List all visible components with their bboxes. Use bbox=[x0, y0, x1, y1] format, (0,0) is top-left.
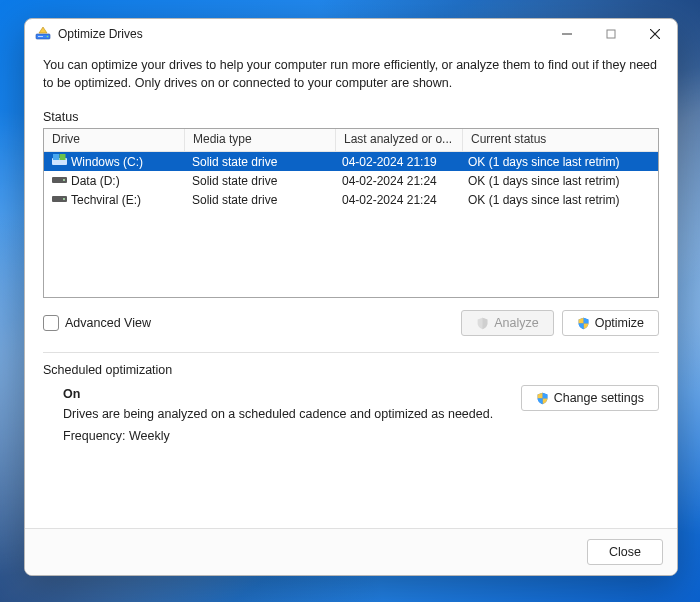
close-button[interactable] bbox=[633, 19, 677, 49]
drives-table: Drive Media type Last analyzed or o... C… bbox=[43, 128, 659, 298]
optimize-label: Optimize bbox=[595, 316, 644, 330]
optimize-button[interactable]: Optimize bbox=[562, 310, 659, 336]
status-label: Status bbox=[43, 110, 659, 124]
analyze-label: Analyze bbox=[494, 316, 538, 330]
svg-point-12 bbox=[63, 179, 65, 181]
table-row[interactable]: Techviral (E:)Solid state drive04-02-202… bbox=[44, 190, 658, 209]
table-row[interactable]: Windows (C:)Solid state drive04-02-2024 … bbox=[44, 152, 658, 171]
close-footer-button[interactable]: Close bbox=[587, 539, 663, 565]
advanced-view-label[interactable]: Advanced View bbox=[65, 316, 151, 330]
change-settings-button[interactable]: Change settings bbox=[521, 385, 659, 411]
sched-frequency: Frequency: Weekly bbox=[63, 429, 659, 443]
drive-name: Data (D:) bbox=[71, 174, 120, 188]
drive-icon bbox=[52, 174, 67, 188]
table-row[interactable]: Data (D:)Solid state drive04-02-2024 21:… bbox=[44, 171, 658, 190]
drive-media: Solid state drive bbox=[184, 174, 334, 188]
drive-name: Techviral (E:) bbox=[71, 193, 141, 207]
drive-media: Solid state drive bbox=[184, 193, 334, 207]
shield-icon bbox=[476, 317, 489, 330]
col-status[interactable]: Current status bbox=[463, 129, 658, 151]
shield-icon bbox=[536, 392, 549, 405]
drive-name: Windows (C:) bbox=[71, 155, 143, 169]
svg-rect-10 bbox=[60, 154, 66, 160]
drive-status: OK (1 days since last retrim) bbox=[460, 174, 658, 188]
svg-rect-5 bbox=[607, 30, 615, 38]
drive-last-analyzed: 04-02-2024 21:19 bbox=[334, 155, 460, 169]
drive-last-analyzed: 04-02-2024 21:24 bbox=[334, 174, 460, 188]
window-title: Optimize Drives bbox=[58, 27, 143, 41]
footer: Close bbox=[25, 528, 677, 575]
table-header[interactable]: Drive Media type Last analyzed or o... C… bbox=[44, 129, 658, 152]
app-icon bbox=[35, 25, 51, 44]
change-settings-label: Change settings bbox=[554, 391, 644, 405]
drive-media: Solid state drive bbox=[184, 155, 334, 169]
col-drive[interactable]: Drive bbox=[44, 129, 185, 151]
col-media[interactable]: Media type bbox=[185, 129, 336, 151]
svg-rect-9 bbox=[53, 154, 59, 160]
svg-point-3 bbox=[47, 35, 49, 37]
svg-point-14 bbox=[63, 198, 65, 200]
intro-text: You can optimize your drives to help you… bbox=[43, 57, 659, 92]
sched-heading: Scheduled optimization bbox=[43, 363, 659, 377]
advanced-view-checkbox[interactable] bbox=[43, 315, 59, 331]
drive-icon bbox=[52, 193, 67, 207]
drive-os-icon bbox=[52, 154, 67, 169]
drive-status: OK (1 days since last retrim) bbox=[460, 155, 658, 169]
scheduled-optimization: Scheduled optimization Change settings O… bbox=[43, 363, 659, 443]
analyze-button[interactable]: Analyze bbox=[461, 310, 553, 336]
optimize-drives-window: Optimize Drives You can optimize your dr… bbox=[24, 18, 678, 576]
drive-last-analyzed: 04-02-2024 21:24 bbox=[334, 193, 460, 207]
drive-status: OK (1 days since last retrim) bbox=[460, 193, 658, 207]
divider bbox=[43, 352, 659, 353]
close-label: Close bbox=[609, 545, 641, 559]
svg-rect-2 bbox=[38, 36, 43, 37]
maximize-button[interactable] bbox=[589, 19, 633, 49]
minimize-button[interactable] bbox=[545, 19, 589, 49]
titlebar: Optimize Drives bbox=[25, 19, 677, 49]
shield-icon bbox=[577, 317, 590, 330]
col-last[interactable]: Last analyzed or o... bbox=[336, 129, 463, 151]
